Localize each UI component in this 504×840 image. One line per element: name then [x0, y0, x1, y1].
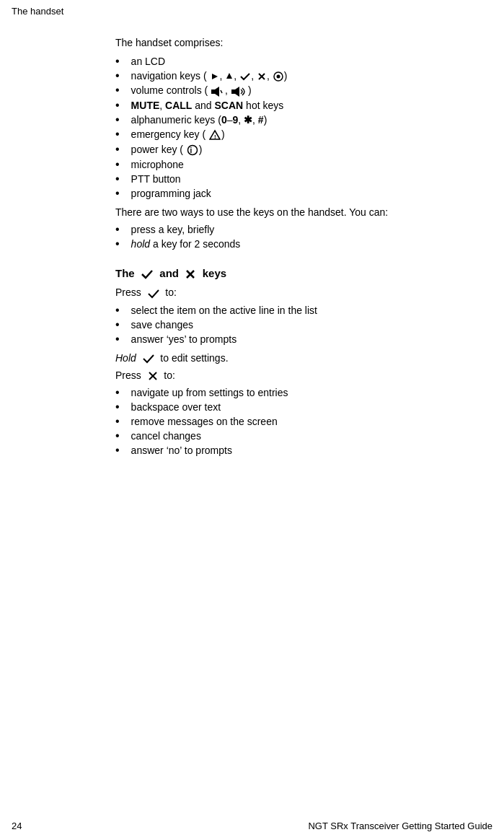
list-item: • press a key, briefly [115, 224, 446, 235]
x-icon-inline [148, 371, 158, 381]
x-list: • navigate up from settings to entries •… [115, 387, 446, 456]
guide-title: NGT SRx Transceiver Getting Started Guid… [308, 821, 492, 831]
bullet: • [115, 70, 120, 82]
bullet: • [115, 401, 120, 413]
bullet: • [115, 144, 120, 155]
page-number: 24 [12, 821, 22, 831]
bullet: • [115, 430, 120, 442]
check-icon [240, 72, 250, 81]
svg-line-8 [221, 90, 222, 93]
volume-up-icon [231, 87, 247, 97]
svg-marker-7 [215, 87, 219, 97]
bullet: • [115, 445, 120, 456]
list-item: • MUTE, CALL and SCAN hot keys [115, 100, 446, 111]
bullet: • [115, 84, 120, 96]
svg-rect-6 [211, 89, 215, 94]
bullet: • [115, 114, 120, 126]
svg-text:i: i [190, 146, 192, 154]
list-item: • save changes [115, 319, 446, 331]
bullet: • [115, 305, 120, 316]
bullet: • [115, 238, 120, 250]
list-item: • microphone [115, 159, 446, 170]
main-content: The handset comprises: • an LCD • naviga… [0, 19, 504, 481]
list-item: • answer ‘no’ to prompts [115, 445, 446, 456]
check-icon-hold [143, 354, 154, 364]
power-icon: i [187, 144, 198, 156]
bullet: • [115, 188, 120, 199]
bullet: • [115, 173, 120, 185]
svg-text:!: ! [214, 134, 216, 140]
ways-list: • press a key, briefly • hold a key for … [115, 224, 446, 250]
svg-marker-0 [212, 74, 218, 79]
emergency-icon: ! [209, 129, 221, 141]
press-x-intro: Press to: [115, 369, 446, 381]
list-item: • an LCD [115, 56, 446, 67]
svg-marker-1 [226, 73, 232, 79]
hold-check-paragraph: Hold to edit settings. [115, 352, 446, 364]
section-heading-check-x: The and keys [115, 267, 446, 279]
header-title: The handset [12, 6, 63, 17]
bullet: • [115, 159, 120, 170]
bullet: • [115, 224, 120, 235]
bullet: • [115, 128, 120, 140]
check-list: • select the item on the active line in … [115, 305, 446, 345]
list-item: • navigation keys ( , , , , ) [115, 70, 446, 82]
svg-point-13 [187, 146, 197, 155]
x-icon [257, 72, 266, 81]
intro-paragraph: The handset comprises: [115, 37, 446, 48]
check-icon-inline [148, 289, 159, 299]
bullet: • [115, 416, 120, 427]
ways-paragraph: There are two ways to use the keys on th… [115, 206, 446, 218]
list-item: • power key ( i) [115, 144, 446, 156]
bullet: • [115, 100, 120, 111]
list-item: • PTT button [115, 173, 446, 185]
volume-down-icon [211, 87, 224, 97]
press-check-intro: Press to: [115, 286, 446, 298]
page-header: The handset [0, 0, 504, 19]
list-item: • backspace over text [115, 401, 446, 413]
list-item: • emergency key ( !) [115, 128, 446, 141]
list-item: • alphanumeric keys (0–9, ✱, #) [115, 114, 446, 126]
arrow-right-icon [211, 72, 219, 81]
circle-icon [273, 71, 283, 82]
arrow-up-icon [226, 72, 233, 81]
list-item: • programming jack [115, 188, 446, 199]
features-list: • an LCD • navigation keys ( , , , , ) •… [115, 56, 446, 199]
page-footer: 24 NGT SRx Transceiver Getting Started G… [12, 821, 492, 831]
list-item: • select the item on the active line in … [115, 305, 446, 316]
list-item: • remove messages on the screen [115, 416, 446, 427]
list-item: • navigate up from settings to entries [115, 387, 446, 398]
bullet: • [115, 387, 120, 398]
bullet: • [115, 333, 120, 345]
svg-point-5 [276, 75, 280, 79]
list-item: • cancel changes [115, 430, 446, 442]
list-item: • answer ‘yes’ to prompts [115, 333, 446, 345]
x-icon-heading [185, 269, 195, 279]
check-icon-heading [141, 269, 153, 279]
svg-rect-9 [231, 89, 235, 94]
list-item: • volume controls ( , ) [115, 84, 446, 96]
svg-marker-10 [235, 87, 239, 97]
bullet: • [115, 319, 120, 331]
list-item: • hold a key for 2 seconds [115, 238, 446, 250]
bullet: • [115, 56, 120, 67]
